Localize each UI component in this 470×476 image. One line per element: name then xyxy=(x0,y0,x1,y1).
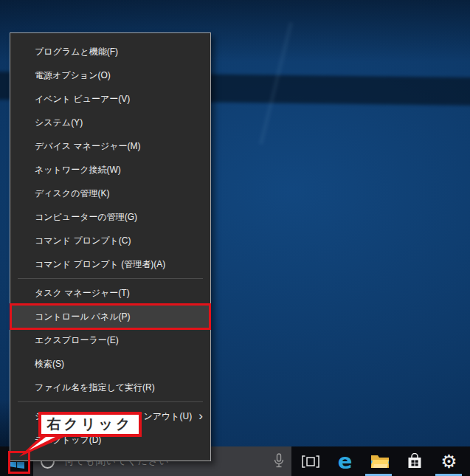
menu-separator xyxy=(18,278,203,279)
menu-item-label: タスク マネージャー(T) xyxy=(35,288,130,298)
menu-item[interactable]: タスク マネージャー(T) xyxy=(10,281,210,305)
menu-item[interactable]: 電源オプション(O) xyxy=(10,63,210,87)
edge-browser-button[interactable]: e xyxy=(328,446,362,476)
menu-item[interactable]: プログラムと機能(F) xyxy=(10,40,210,63)
menu-item[interactable]: ネットワーク接続(W) xyxy=(10,158,210,182)
callout-label: 右クリック xyxy=(47,415,134,434)
task-view-icon xyxy=(302,455,319,468)
file-explorer-folder-icon xyxy=(370,454,390,469)
windows-desktop-screen: 何でも聞いてください e xyxy=(0,0,470,476)
menu-item[interactable]: コンピューターの管理(G) xyxy=(10,205,210,229)
windows-store-icon xyxy=(407,453,423,469)
menu-item-label: コマンド プロンプト(C) xyxy=(35,235,131,246)
menu-item-label: ディスクの管理(K) xyxy=(35,188,109,199)
start-button-highlight-box xyxy=(8,451,30,474)
winx-context-menu: プログラムと機能(F)電源オプション(O)イベント ビューアー(V)システム(Y… xyxy=(10,32,211,461)
menu-item[interactable]: コマンド プロンプト(C) xyxy=(10,229,210,252)
menu-item[interactable]: コマンド プロンプト (管理者)(A) xyxy=(10,252,210,276)
menu-item-label: デバイス マネージャー(M) xyxy=(35,141,141,151)
taskbar-icon-tray: e xyxy=(293,446,467,476)
menu-item[interactable]: コントロール パネル(P) xyxy=(10,305,210,328)
gear-icon: ⚙︎ xyxy=(440,452,457,471)
settings-button[interactable]: ⚙︎ xyxy=(432,446,466,476)
menu-item-label: ネットワーク接続(W) xyxy=(35,165,121,175)
submenu-chevron-icon: › xyxy=(198,404,203,428)
menu-item-label: プログラムと機能(F) xyxy=(35,46,118,57)
menu-item-label: システム(Y) xyxy=(35,117,83,128)
windows-store-button[interactable] xyxy=(397,446,432,476)
menu-item-label: ファイル名を指定して実行(R) xyxy=(35,382,155,393)
menu-item[interactable]: ファイル名を指定して実行(R) xyxy=(10,376,210,399)
menu-item[interactable]: 検索(S) xyxy=(10,352,210,376)
menu-item-label: 検索(S) xyxy=(35,359,64,369)
file-explorer-button[interactable] xyxy=(362,446,397,476)
menu-item-label: エクスプローラー(E) xyxy=(35,335,119,345)
menu-item[interactable]: イベント ビューアー(V) xyxy=(10,87,210,111)
task-view-button[interactable] xyxy=(293,446,328,476)
menu-item-label: 電源オプション(O) xyxy=(35,70,111,80)
microphone-icon[interactable] xyxy=(273,453,285,469)
edge-browser-icon: e xyxy=(338,451,353,472)
menu-item-label: コントロール パネル(P) xyxy=(35,311,131,322)
menu-item-label: コンピューターの管理(G) xyxy=(35,212,137,222)
menu-item-label: イベント ビューアー(V) xyxy=(35,94,130,104)
menu-item[interactable]: システム(Y) xyxy=(10,111,210,134)
menu-item[interactable]: デバイス マネージャー(M) xyxy=(10,134,210,158)
menu-separator xyxy=(18,401,203,402)
right-click-callout: 右クリック xyxy=(38,412,142,437)
menu-item[interactable]: ディスクの管理(K) xyxy=(10,182,210,205)
menu-item[interactable]: エクスプローラー(E) xyxy=(10,328,210,352)
menu-item-label: コマンド プロンプト (管理者)(A) xyxy=(35,259,165,269)
